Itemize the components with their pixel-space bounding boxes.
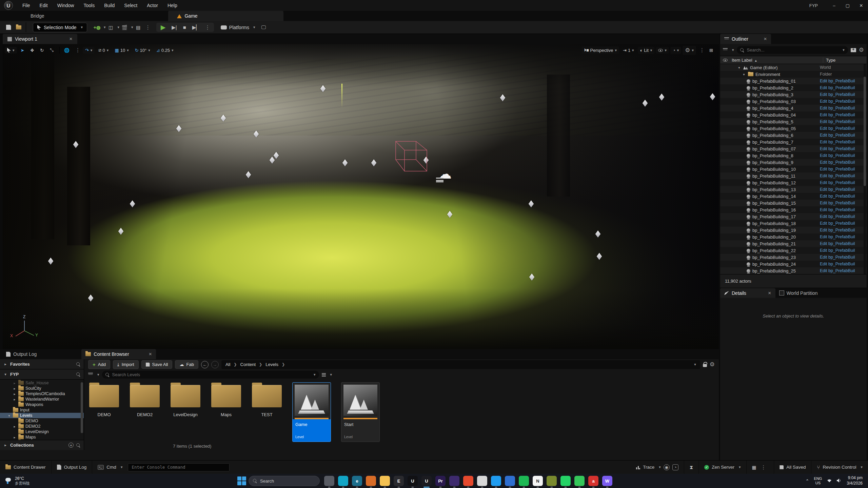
tree-item-safe_house[interactable]: ▸Safe_House xyxy=(0,380,84,386)
tree-item-demo2[interactable]: ▸DEMO2 xyxy=(0,424,84,429)
outliner-row[interactable]: bp_PrefabBuilding_9Edit bp_PrefabBuil xyxy=(720,159,867,166)
edit-blueprint-link[interactable]: Edit bp_PrefabBuil xyxy=(820,214,855,219)
edit-blueprint-link[interactable]: Edit bp_PrefabBuil xyxy=(820,221,855,226)
outliner-row[interactable]: bp_PrefabBuilding_2Edit bp_PrefabBuil xyxy=(720,84,867,91)
filter-icon[interactable] xyxy=(88,373,93,377)
outliner-row[interactable]: bp_PrefabBuilding_17Edit bp_PrefabBuil xyxy=(720,213,867,220)
favorites-section[interactable]: ▸ Favorites xyxy=(0,359,84,369)
tab-details[interactable]: Details ✕ xyxy=(720,288,775,298)
outliner-row[interactable]: bp_PrefabBuilding_25Edit bp_PrefabBuil xyxy=(720,267,867,274)
edit-blueprint-link[interactable]: Edit bp_PrefabBuil xyxy=(820,167,855,171)
outliner-row[interactable]: ▾EnvironmentFolder xyxy=(720,71,867,78)
zen-server-dropdown[interactable]: ✓ Zen Server▾ xyxy=(699,461,746,474)
toolbar-overflow-icon[interactable]: ⋮ xyxy=(143,24,153,30)
outliner-row[interactable]: bp_PrefabBuilding_23Edit bp_PrefabBuil xyxy=(720,254,867,261)
tree-item-levels[interactable]: ▾Levels xyxy=(0,413,84,418)
lock-icon[interactable] xyxy=(703,364,707,367)
outliner-row[interactable]: bp_PrefabBuilding_19Edit bp_PrefabBuil xyxy=(720,227,867,233)
edit-blueprint-link[interactable]: Edit bp_PrefabBuil xyxy=(820,174,855,178)
weather-widget[interactable]: 26°C 多雲時陰 xyxy=(0,476,34,485)
content-drawer-button[interactable]: Content Drawer xyxy=(0,461,52,474)
sequencer-button[interactable]: ▤ xyxy=(133,23,143,32)
close-tab-icon[interactable]: ✕ xyxy=(764,37,767,41)
play-button[interactable]: ▶ xyxy=(158,23,169,31)
collections-section[interactable]: ▸ Collections + xyxy=(0,440,84,450)
menu-actor[interactable]: Actor xyxy=(142,1,163,10)
taskbar-search[interactable]: Search xyxy=(249,476,320,486)
taskbar-app-olive-app[interactable] xyxy=(547,476,557,486)
taskbar-app-media-app[interactable] xyxy=(338,476,348,486)
outliner-row[interactable]: bp_PrefabBuilding_22Edit bp_PrefabBuil xyxy=(720,247,867,254)
expander-icon[interactable]: ▸ xyxy=(13,425,17,428)
outliner-row[interactable]: bp_PrefabBuilding_3Edit bp_PrefabBuil xyxy=(720,91,867,98)
blueprints-button[interactable]: ◫ xyxy=(106,23,116,32)
taskbar-app-wechat[interactable] xyxy=(574,476,585,486)
snap-drag-dropdown[interactable]: ⧄0▾ xyxy=(96,46,111,54)
asset-folder-test[interactable]: TEST xyxy=(252,382,282,417)
tab-bridge[interactable]: Bridge xyxy=(22,11,53,21)
edit-blueprint-link[interactable]: Edit bp_PrefabBuil xyxy=(820,106,855,110)
asset-folder-demo2[interactable]: DEMO2 xyxy=(130,382,160,417)
taskbar-app-phone-link[interactable] xyxy=(324,476,334,486)
tab-game[interactable]: Game xyxy=(168,11,283,21)
asset-folder-leveldesign[interactable]: LevelDesign xyxy=(170,382,201,417)
viewport-settings-dropdown[interactable]: ⚙▾ xyxy=(683,46,696,55)
menu-edit[interactable]: Edit xyxy=(35,1,53,10)
taskbar-app-github-desktop[interactable] xyxy=(449,476,459,486)
outliner-row[interactable]: bp_PrefabBuilding_01Edit bp_PrefabBuil xyxy=(720,78,867,84)
tree-item-input[interactable]: Input xyxy=(0,407,84,413)
grid-snap-dropdown[interactable]: ▦10▾ xyxy=(112,47,131,54)
surface-snap-dropdown[interactable]: ↷▾ xyxy=(83,47,95,54)
menu-tools[interactable]: Tools xyxy=(79,1,99,10)
close-tab-icon[interactable]: ✕ xyxy=(768,291,771,296)
edit-blueprint-link[interactable]: Edit bp_PrefabBuil xyxy=(820,113,855,117)
tray-expand-icon[interactable]: ⌃ xyxy=(806,479,809,484)
search-icon[interactable] xyxy=(76,362,80,366)
rotation-snap-dropdown[interactable]: ↻10°▾ xyxy=(133,47,153,54)
edit-blueprint-link[interactable]: Edit bp_PrefabBuil xyxy=(820,241,855,246)
taskbar-app-premiere-pro[interactable]: Pr xyxy=(435,476,446,486)
quad-view-button[interactable]: ⊞ xyxy=(707,47,715,54)
edit-blueprint-link[interactable]: Edit bp_PrefabBuil xyxy=(820,194,855,199)
trace-dropdown[interactable]: Trace▾ ◉ ◔ xyxy=(631,461,684,474)
visibility-column-icon[interactable] xyxy=(723,59,728,62)
edit-blueprint-link[interactable]: Edit bp_PrefabBuil xyxy=(820,187,855,192)
taskbar-app-anydesk[interactable]: a xyxy=(588,476,598,486)
tab-world-partition[interactable]: World Partition xyxy=(775,288,822,298)
taskbar-app-file-explorer[interactable] xyxy=(380,476,390,486)
tab-content-browser[interactable]: Content Browser ✕ xyxy=(81,349,156,359)
edit-blueprint-link[interactable]: Edit bp_PrefabBuil xyxy=(820,201,855,205)
tab-outliner[interactable]: Outliner ✕ xyxy=(720,34,771,44)
add-collection-button[interactable]: + xyxy=(68,443,74,448)
chevron-down-icon[interactable]: ▾ xyxy=(97,372,99,377)
edit-blueprint-link[interactable]: Edit bp_PrefabBuil xyxy=(820,248,855,253)
save-button[interactable] xyxy=(3,23,14,32)
frame-skip-button[interactable]: ▶| xyxy=(169,24,180,30)
back-button[interactable]: ← xyxy=(201,361,209,368)
asset-folder-demo[interactable]: DEMO xyxy=(89,382,119,417)
record-icon[interactable]: ◉ xyxy=(664,464,670,470)
outliner-row[interactable]: bp_PrefabBuilding_11Edit bp_PrefabBuil xyxy=(720,172,867,179)
chevron-down-icon[interactable]: ▾ xyxy=(732,48,734,52)
outliner-row[interactable]: bp_PrefabBuilding_6Edit bp_PrefabBuil xyxy=(720,132,867,139)
add-actor-button[interactable]: +◍ xyxy=(92,23,102,32)
world-local-toggle[interactable]: 🌐 xyxy=(62,47,72,54)
edit-blueprint-link[interactable]: Edit bp_PrefabBuil xyxy=(820,99,855,104)
clock[interactable]: 9:04 pm3/4/2026 xyxy=(847,475,863,486)
view-mode-dropdown[interactable]: ◐ Lit▾ xyxy=(638,47,655,54)
outliner-row[interactable]: bp_PrefabBuilding_20Edit bp_PrefabBuil xyxy=(720,233,867,240)
device-output-button[interactable]: 🖵 xyxy=(259,23,269,32)
outliner-row[interactable]: bp_PrefabBuilding_16Edit bp_PrefabBuil xyxy=(720,206,867,213)
outliner-row[interactable]: bp_PrefabBuilding_03Edit bp_PrefabBuil xyxy=(720,98,867,105)
edit-blueprint-link[interactable]: Edit bp_PrefabBuil xyxy=(820,85,855,90)
source-control-save-status[interactable]: All Saved xyxy=(774,461,811,474)
taskbar-app-whatsapp[interactable] xyxy=(560,476,571,486)
expander-icon[interactable]: ▸ xyxy=(3,443,7,447)
edit-blueprint-link[interactable]: Edit bp_PrefabBuil xyxy=(820,146,855,151)
outliner-row[interactable]: bp_PrefabBuilding_4Edit bp_PrefabBuil xyxy=(720,105,867,111)
column-type[interactable]: Type xyxy=(823,58,867,63)
outliner-row[interactable]: ▾Game (Editor)World xyxy=(720,64,867,71)
console-command-input[interactable] xyxy=(128,463,230,471)
console-dropdown[interactable]: >_ Cmd ▾ xyxy=(92,461,128,474)
maximize-icon[interactable]: ▢ xyxy=(841,0,854,11)
